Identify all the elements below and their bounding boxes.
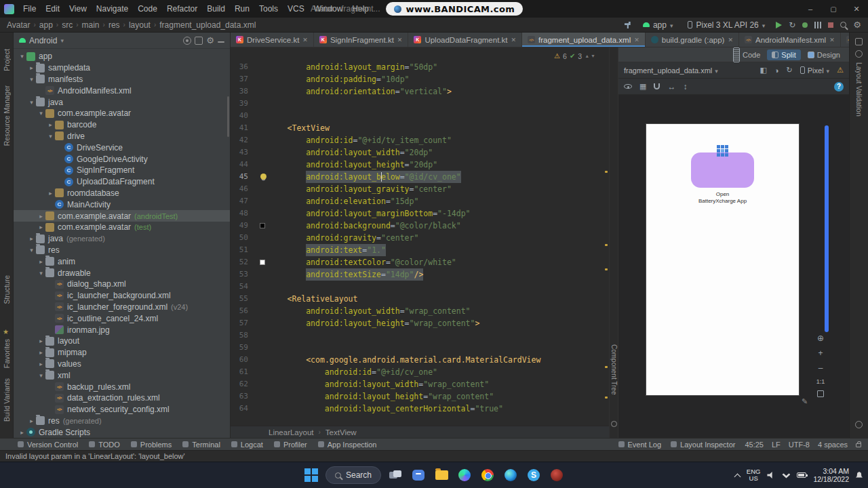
- notification-icon[interactable]: [856, 472, 863, 479]
- menu-item-refactor[interactable]: Refactor: [162, 4, 202, 14]
- menu-item-vcs[interactable]: VCS: [283, 4, 309, 14]
- xml-breadcrumb-item[interactable]: TextView: [326, 428, 357, 436]
- screen-recorder-icon[interactable]: [548, 466, 566, 484]
- code-line[interactable]: 46android:layout_gravity="center": [231, 183, 609, 195]
- tree-row[interactable]: backup_rules.xml: [14, 381, 230, 392]
- code-line[interactable]: 63android:layout_height="wrap_content": [231, 390, 609, 403]
- close-tab-icon[interactable]: [634, 37, 639, 43]
- menu-item-edit[interactable]: Edit: [41, 4, 64, 14]
- volume-icon[interactable]: [767, 472, 775, 479]
- tree-row[interactable]: CUploadDataFragment: [14, 176, 230, 188]
- tool-button-event-log[interactable]: Event Log: [618, 441, 662, 449]
- design-surface-icon[interactable]: [760, 66, 766, 75]
- code-line[interactable]: 42android:id="@+id/tv_item_count": [231, 134, 609, 146]
- quickfix-bulb-icon[interactable]: [260, 174, 267, 180]
- maximize-icon[interactable]: [822, 0, 845, 18]
- code-line[interactable]: 39: [231, 98, 609, 110]
- code-line[interactable]: 48android:layout_marginBottom="-14dp": [231, 207, 609, 220]
- tree-chevron-icon[interactable]: ▾: [37, 270, 45, 277]
- tree-chevron-icon[interactable]: ▸: [46, 190, 55, 197]
- tree-row[interactable]: ▸Gradle Scripts: [14, 426, 230, 438]
- breadcrumb-item[interactable]: app: [39, 20, 53, 30]
- project-scrollbar[interactable]: [227, 96, 229, 137]
- profiler-icon[interactable]: [814, 22, 821, 28]
- tree-row[interactable]: ▸com.example.avatar(androidTest): [14, 210, 230, 222]
- tree-row[interactable]: ▸barcode: [14, 119, 230, 131]
- breadcrumb-item[interactable]: layout: [129, 20, 151, 30]
- mode-code[interactable]: Code: [728, 46, 765, 64]
- zoom-out-icon[interactable]: [815, 363, 826, 373]
- tool-button-profiler[interactable]: Profiler: [274, 441, 307, 449]
- tree-chevron-icon[interactable]: ▾: [46, 133, 55, 140]
- horizontal-constraint-icon[interactable]: [667, 82, 675, 92]
- code-line[interactable]: 52android:textColor="@color/white": [231, 256, 609, 268]
- gradle-icon[interactable]: [855, 421, 863, 428]
- tree-row[interactable]: ▸values: [14, 359, 230, 370]
- tree-row[interactable]: ▸sampledata: [14, 62, 230, 74]
- code-line[interactable]: 47android:elevation="15dp": [231, 195, 609, 207]
- build-hammer-icon[interactable]: [625, 21, 632, 28]
- code-line[interactable]: 61android:id="@+id/cv_one": [231, 366, 609, 378]
- tree-chevron-icon[interactable]: ▾: [37, 110, 45, 117]
- tool-button-layout-inspector[interactable]: Layout Inspector: [671, 441, 735, 449]
- code-line[interactable]: 51android:text="1.": [231, 244, 609, 256]
- zoom-fit-icon[interactable]: [817, 390, 824, 397]
- tree-chevron-icon[interactable]: ▸: [27, 418, 36, 424]
- skype-icon[interactable]: [525, 466, 542, 484]
- tree-chevron-icon[interactable]: ▾: [27, 247, 36, 253]
- code-line[interactable]: 55<RelativeLayout: [231, 293, 609, 305]
- component-tree-tab[interactable]: Component Tree: [610, 344, 618, 395]
- tree-row[interactable]: CSignInFragment: [14, 165, 230, 176]
- tree-row[interactable]: CGoogleDriveActivity: [14, 153, 230, 165]
- device-preview-screen[interactable]: Open BatteryXcharge App: [646, 124, 799, 395]
- run-button[interactable]: [776, 22, 782, 28]
- tree-chevron-icon[interactable]: ▾: [27, 76, 36, 83]
- editor-tab[interactable]: build.gradle (:app): [646, 33, 739, 47]
- project-view-selector[interactable]: Android: [29, 36, 57, 45]
- orientation-icon[interactable]: [787, 66, 793, 75]
- design-file-selector[interactable]: fragment_upload_data.xml: [624, 66, 718, 75]
- tree-row[interactable]: ▾java: [14, 96, 230, 108]
- color-swatch-black[interactable]: [260, 223, 265, 228]
- wifi-icon[interactable]: [782, 472, 790, 479]
- tree-row[interactable]: ▾drive: [14, 131, 230, 142]
- tree-row[interactable]: ▸anim: [14, 256, 230, 267]
- file-encoding[interactable]: UTF-8: [789, 441, 810, 449]
- menu-item-run[interactable]: Run: [230, 4, 254, 14]
- code-line[interactable]: 60<com.google.android.material.card.Mate…: [231, 354, 609, 366]
- tool-button-todo[interactable]: TODO: [89, 441, 120, 449]
- code-line[interactable]: 64android:layout_centerHorizontal="true": [231, 403, 609, 415]
- editor-tab[interactable]: fragment_upload_data.xml: [522, 33, 646, 47]
- tree-chevron-icon[interactable]: ▸: [46, 121, 55, 128]
- editor-tab[interactable]: UploadDataFragment.kt: [408, 33, 522, 47]
- chrome-icon[interactable]: [479, 466, 496, 484]
- tool-window-button-structure[interactable]: Structure: [3, 275, 11, 304]
- grid-icon[interactable]: [639, 82, 646, 91]
- tree-chevron-icon[interactable]: ▸: [37, 258, 45, 265]
- code-line[interactable]: 50android:gravity="center": [231, 232, 609, 244]
- tool-button-logcat[interactable]: Logcat: [231, 441, 263, 449]
- tool-window-button-project[interactable]: Project: [3, 49, 11, 71]
- tree-row[interactable]: ▸mipmap: [14, 347, 230, 359]
- menu-item-code[interactable]: Code: [133, 4, 162, 14]
- code-line[interactable]: 40: [231, 110, 609, 122]
- close-tab-icon[interactable]: [397, 37, 403, 43]
- design-scrollbar[interactable]: [825, 125, 829, 332]
- preview-device-selector[interactable]: Pixel: [800, 66, 829, 75]
- code-line[interactable]: 37android:padding="10dp": [231, 73, 609, 85]
- code-line[interactable]: 44android:layout_height="20dp": [231, 159, 609, 171]
- clock[interactable]: 3:04 AM 12/18/2022: [813, 467, 849, 484]
- code-line[interactable]: 57android:layout_height="wrap_content">: [231, 317, 609, 329]
- battery-icon[interactable]: [797, 472, 806, 478]
- render-warning-icon[interactable]: [837, 66, 844, 75]
- tree-chevron-icon[interactable]: ▸: [37, 213, 45, 220]
- tree-row[interactable]: ironman.jpg: [14, 324, 230, 336]
- minimize-icon[interactable]: [799, 0, 822, 18]
- tree-row[interactable]: ▾app: [14, 51, 230, 62]
- menu-item-tools[interactable]: Tools: [254, 4, 283, 14]
- task-view-icon[interactable]: [387, 466, 404, 484]
- tree-row[interactable]: ▸layout: [14, 336, 230, 347]
- line-ending[interactable]: LF: [772, 441, 781, 449]
- tool-window-button-build-variants[interactable]: Build Variants: [3, 378, 11, 422]
- debug-icon[interactable]: [802, 22, 808, 28]
